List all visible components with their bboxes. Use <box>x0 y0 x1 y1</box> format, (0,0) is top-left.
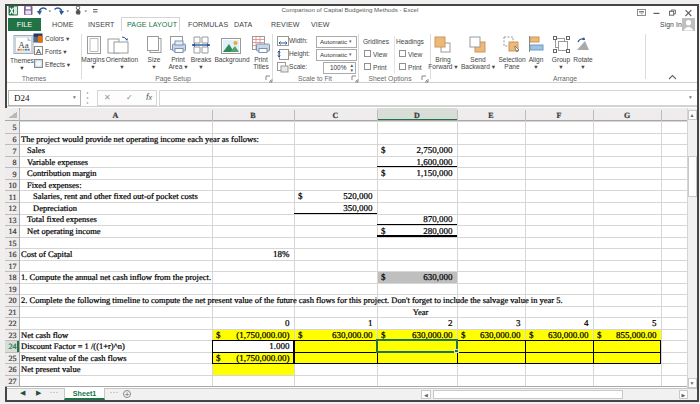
svg-text:12: 12 <box>9 204 17 213</box>
svg-text:G: G <box>624 111 630 120</box>
svg-text:$: $ <box>381 226 386 236</box>
svg-text:Present value of the cash flow: Present value of the cash flows <box>21 353 127 363</box>
svg-text:Fixed expenses:: Fixed expenses: <box>27 180 82 190</box>
svg-text:E: E <box>488 111 493 120</box>
svg-text:Variable expenses: Variable expenses <box>27 157 88 167</box>
svg-text:$: $ <box>298 330 303 340</box>
svg-text:26: 26 <box>9 365 17 374</box>
svg-text:Net operating income: Net operating income <box>27 226 101 236</box>
svg-text:$: $ <box>381 145 386 155</box>
svg-text:14: 14 <box>9 227 17 236</box>
svg-text:18: 18 <box>9 273 17 282</box>
svg-text:10: 10 <box>9 181 17 190</box>
svg-text:2. Complete the following tim: 2. Complete the following timeline to co… <box>21 295 563 305</box>
svg-text:630,000: 630,000 <box>423 272 453 282</box>
svg-text:1,600,000: 1,600,000 <box>417 157 454 167</box>
svg-text:Contribution margin: Contribution margin <box>27 168 97 178</box>
svg-text:6: 6 <box>13 135 17 144</box>
svg-text:25: 25 <box>9 354 17 363</box>
svg-text:20: 20 <box>9 296 17 305</box>
svg-text:Net present value: Net present value <box>21 364 81 374</box>
svg-text:$: $ <box>298 191 303 201</box>
svg-text:(1,750,000.00): (1,750,000.00) <box>236 330 289 340</box>
svg-text:C: C <box>333 111 339 120</box>
svg-text:0: 0 <box>285 318 290 328</box>
svg-text:D: D <box>414 111 420 120</box>
svg-text:5: 5 <box>13 123 17 132</box>
svg-text:280,000: 280,000 <box>423 226 453 236</box>
svg-text:$: $ <box>216 353 221 363</box>
svg-text:1,150,000: 1,150,000 <box>417 168 454 178</box>
svg-text:27: 27 <box>9 377 17 386</box>
svg-text:350,000: 350,000 <box>343 203 373 213</box>
svg-text:(1,750,000.00): (1,750,000.00) <box>236 353 289 363</box>
svg-text:The project would provide net: The project would provide net operating … <box>21 134 259 144</box>
svg-text:630,000.00: 630,000.00 <box>412 330 453 340</box>
svg-text:Net cash flow: Net cash flow <box>21 330 69 340</box>
svg-text:$: $ <box>381 330 386 340</box>
svg-text:$: $ <box>597 330 602 340</box>
svg-text:1: 1 <box>368 318 373 328</box>
svg-text:$: $ <box>381 168 386 178</box>
svg-text:Year: Year <box>413 307 429 317</box>
svg-text:630,000.00: 630,000.00 <box>332 330 373 340</box>
svg-text:8: 8 <box>13 158 17 167</box>
svg-text:22: 22 <box>9 319 17 328</box>
svg-text:870,000: 870,000 <box>423 214 453 224</box>
svg-text:21: 21 <box>9 308 17 317</box>
svg-text:7: 7 <box>13 147 17 156</box>
svg-text:2,750,000: 2,750,000 <box>417 145 454 155</box>
svg-text:17: 17 <box>9 262 17 271</box>
svg-text:520,000: 520,000 <box>343 191 373 201</box>
svg-text:630,000.00: 630,000.00 <box>480 330 521 340</box>
svg-text:1. Compute the annual net cash: 1. Compute the annual net cash inflow fr… <box>21 272 211 282</box>
svg-text:1.000: 1.000 <box>269 341 290 351</box>
svg-text:Depreciation: Depreciation <box>33 203 78 213</box>
svg-text:19: 19 <box>9 285 17 294</box>
svg-text:24: 24 <box>9 342 17 351</box>
svg-text:Discount Factor = 1 /((1+r)^n): Discount Factor = 1 /((1+r)^n) <box>21 341 125 351</box>
svg-text:13: 13 <box>9 216 17 225</box>
svg-text:18%: 18% <box>273 249 290 259</box>
svg-text:Salaries, rent and other fixed: Salaries, rent and other fixed out-of po… <box>33 191 198 201</box>
svg-text:23: 23 <box>9 331 17 340</box>
svg-text:5: 5 <box>652 318 657 328</box>
svg-text:Cost of Capital: Cost of Capital <box>21 249 73 259</box>
svg-text:11: 11 <box>9 193 17 202</box>
svg-text:$: $ <box>461 330 466 340</box>
svg-text:3: 3 <box>516 318 521 328</box>
svg-text:4: 4 <box>584 318 589 328</box>
svg-text:$: $ <box>216 330 221 340</box>
svg-text:15: 15 <box>9 239 17 248</box>
svg-text:B: B <box>250 111 256 120</box>
svg-text:F: F <box>557 111 562 120</box>
svg-text:2: 2 <box>448 318 453 328</box>
svg-text:Sales: Sales <box>27 145 45 155</box>
svg-text:16: 16 <box>9 250 17 259</box>
svg-text:630,000.00: 630,000.00 <box>548 330 589 340</box>
svg-text:9: 9 <box>13 170 17 179</box>
svg-text:$: $ <box>529 330 534 340</box>
svg-text:Total fixed expenses: Total fixed expenses <box>27 214 97 224</box>
svg-text:$: $ <box>381 272 386 282</box>
svg-text:A: A <box>113 111 119 120</box>
svg-text:855,000.00: 855,000.00 <box>616 330 657 340</box>
